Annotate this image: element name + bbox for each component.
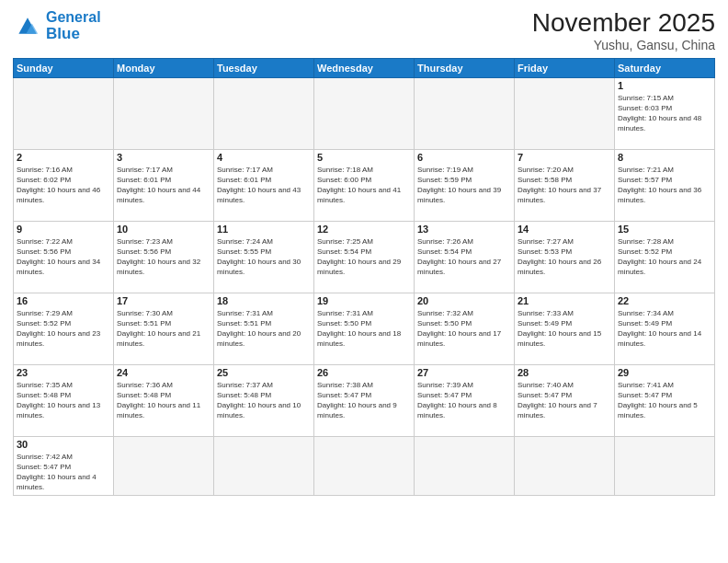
day-info: Sunrise: 7:17 AM Sunset: 6:01 PM Dayligh… (217, 165, 311, 206)
calendar-cell: 10Sunrise: 7:23 AM Sunset: 5:56 PM Dayli… (114, 221, 214, 293)
calendar-cell (615, 436, 715, 495)
calendar-cell: 13Sunrise: 7:26 AM Sunset: 5:54 PM Dayli… (415, 221, 515, 293)
logo-text: General Blue (46, 9, 101, 42)
day-number: 7 (518, 152, 611, 163)
calendar-cell (214, 436, 314, 495)
day-info: Sunrise: 7:22 AM Sunset: 5:56 PM Dayligh… (17, 236, 110, 278)
day-number: 10 (117, 224, 210, 235)
calendar-cell: 28Sunrise: 7:40 AM Sunset: 5:47 PM Dayli… (515, 364, 615, 436)
calendar-cell (415, 77, 515, 149)
day-number: 1 (618, 80, 711, 91)
location: Yushu, Gansu, China (532, 38, 715, 52)
calendar: Sunday Monday Tuesday Wednesday Thursday… (13, 58, 715, 496)
day-info: Sunrise: 7:15 AM Sunset: 6:03 PM Dayligh… (618, 93, 711, 134)
calendar-cell (314, 436, 415, 495)
calendar-cell (515, 77, 615, 149)
day-number: 30 (17, 439, 110, 450)
day-info: Sunrise: 7:19 AM Sunset: 5:59 PM Dayligh… (417, 165, 511, 206)
calendar-cell: 27Sunrise: 7:39 AM Sunset: 5:47 PM Dayli… (415, 364, 515, 436)
day-number: 17 (117, 295, 210, 306)
month-title: November 2025 (532, 9, 715, 38)
day-number: 28 (518, 367, 611, 378)
day-number: 24 (117, 367, 210, 378)
day-info: Sunrise: 7:25 AM Sunset: 5:54 PM Dayligh… (317, 236, 411, 278)
day-info: Sunrise: 7:30 AM Sunset: 5:51 PM Dayligh… (117, 308, 210, 350)
calendar-cell: 30Sunrise: 7:42 AM Sunset: 5:47 PM Dayli… (14, 436, 114, 495)
day-info: Sunrise: 7:18 AM Sunset: 6:00 PM Dayligh… (317, 165, 411, 206)
logo: General Blue (13, 9, 101, 42)
calendar-cell: 24Sunrise: 7:36 AM Sunset: 5:48 PM Dayli… (114, 364, 214, 436)
day-number: 26 (317, 367, 411, 378)
day-info: Sunrise: 7:39 AM Sunset: 5:47 PM Dayligh… (417, 380, 511, 421)
day-number: 21 (518, 295, 611, 306)
day-number: 2 (17, 152, 110, 163)
calendar-cell: 4Sunrise: 7:17 AM Sunset: 6:01 PM Daylig… (214, 149, 314, 221)
col-friday: Friday (515, 58, 615, 77)
calendar-cell (314, 77, 415, 149)
calendar-cell (114, 436, 214, 495)
calendar-cell: 16Sunrise: 7:29 AM Sunset: 5:52 PM Dayli… (14, 293, 114, 364)
day-info: Sunrise: 7:31 AM Sunset: 5:51 PM Dayligh… (217, 308, 311, 350)
day-info: Sunrise: 7:16 AM Sunset: 6:02 PM Dayligh… (17, 165, 110, 206)
day-number: 20 (417, 295, 511, 306)
logo-icon (13, 13, 42, 39)
calendar-cell: 12Sunrise: 7:25 AM Sunset: 5:54 PM Dayli… (314, 221, 415, 293)
calendar-cell: 26Sunrise: 7:38 AM Sunset: 5:47 PM Dayli… (314, 364, 415, 436)
day-info: Sunrise: 7:41 AM Sunset: 5:47 PM Dayligh… (618, 380, 711, 421)
day-info: Sunrise: 7:20 AM Sunset: 5:58 PM Dayligh… (518, 165, 611, 206)
day-number: 25 (217, 367, 311, 378)
calendar-cell: 7Sunrise: 7:20 AM Sunset: 5:58 PM Daylig… (515, 149, 615, 221)
day-number: 14 (518, 224, 611, 235)
day-number: 18 (217, 295, 311, 306)
calendar-cell: 9Sunrise: 7:22 AM Sunset: 5:56 PM Daylig… (14, 221, 114, 293)
calendar-cell: 11Sunrise: 7:24 AM Sunset: 5:55 PM Dayli… (214, 221, 314, 293)
day-info: Sunrise: 7:21 AM Sunset: 5:57 PM Dayligh… (618, 165, 711, 206)
logo-blue: Blue (46, 25, 80, 42)
calendar-cell: 2Sunrise: 7:16 AM Sunset: 6:02 PM Daylig… (14, 149, 114, 221)
day-number: 11 (217, 224, 311, 235)
day-number: 15 (618, 224, 711, 235)
page: General Blue November 2025 Yushu, Gansu,… (0, 0, 728, 563)
calendar-cell (214, 77, 314, 149)
calendar-cell: 23Sunrise: 7:35 AM Sunset: 5:48 PM Dayli… (14, 364, 114, 436)
calendar-cell: 21Sunrise: 7:33 AM Sunset: 5:49 PM Dayli… (515, 293, 615, 364)
day-info: Sunrise: 7:35 AM Sunset: 5:48 PM Dayligh… (17, 380, 110, 421)
day-info: Sunrise: 7:36 AM Sunset: 5:48 PM Dayligh… (117, 380, 210, 421)
col-wednesday: Wednesday (314, 58, 415, 77)
day-number: 5 (317, 152, 411, 163)
day-number: 9 (17, 224, 110, 235)
day-number: 22 (618, 295, 711, 306)
calendar-cell: 14Sunrise: 7:27 AM Sunset: 5:53 PM Dayli… (515, 221, 615, 293)
day-number: 6 (417, 152, 511, 163)
calendar-cell: 8Sunrise: 7:21 AM Sunset: 5:57 PM Daylig… (615, 149, 715, 221)
day-info: Sunrise: 7:31 AM Sunset: 5:50 PM Dayligh… (317, 308, 411, 350)
day-info: Sunrise: 7:32 AM Sunset: 5:50 PM Dayligh… (417, 308, 511, 350)
day-number: 12 (317, 224, 411, 235)
title-block: November 2025 Yushu, Gansu, China (532, 9, 715, 52)
day-info: Sunrise: 7:33 AM Sunset: 5:49 PM Dayligh… (518, 308, 611, 350)
day-info: Sunrise: 7:27 AM Sunset: 5:53 PM Dayligh… (518, 236, 611, 278)
calendar-cell: 20Sunrise: 7:32 AM Sunset: 5:50 PM Dayli… (415, 293, 515, 364)
day-info: Sunrise: 7:28 AM Sunset: 5:52 PM Dayligh… (618, 236, 711, 278)
day-number: 27 (417, 367, 511, 378)
logo-general: General (46, 9, 101, 25)
day-info: Sunrise: 7:38 AM Sunset: 5:47 PM Dayligh… (317, 380, 411, 421)
day-info: Sunrise: 7:23 AM Sunset: 5:56 PM Dayligh… (117, 236, 210, 278)
calendar-cell (415, 436, 515, 495)
day-number: 3 (117, 152, 210, 163)
calendar-cell (515, 436, 615, 495)
header: General Blue November 2025 Yushu, Gansu,… (13, 9, 715, 52)
calendar-cell: 29Sunrise: 7:41 AM Sunset: 5:47 PM Dayli… (615, 364, 715, 436)
col-thursday: Thursday (415, 58, 515, 77)
col-sunday: Sunday (14, 58, 114, 77)
day-number: 23 (17, 367, 110, 378)
calendar-cell: 6Sunrise: 7:19 AM Sunset: 5:59 PM Daylig… (415, 149, 515, 221)
calendar-header-row: Sunday Monday Tuesday Wednesday Thursday… (14, 58, 715, 77)
day-number: 29 (618, 367, 711, 378)
day-info: Sunrise: 7:37 AM Sunset: 5:48 PM Dayligh… (217, 380, 311, 421)
calendar-cell: 19Sunrise: 7:31 AM Sunset: 5:50 PM Dayli… (314, 293, 415, 364)
calendar-cell (14, 77, 114, 149)
calendar-cell: 22Sunrise: 7:34 AM Sunset: 5:49 PM Dayli… (615, 293, 715, 364)
day-info: Sunrise: 7:42 AM Sunset: 5:47 PM Dayligh… (17, 452, 110, 493)
calendar-cell: 15Sunrise: 7:28 AM Sunset: 5:52 PM Dayli… (615, 221, 715, 293)
